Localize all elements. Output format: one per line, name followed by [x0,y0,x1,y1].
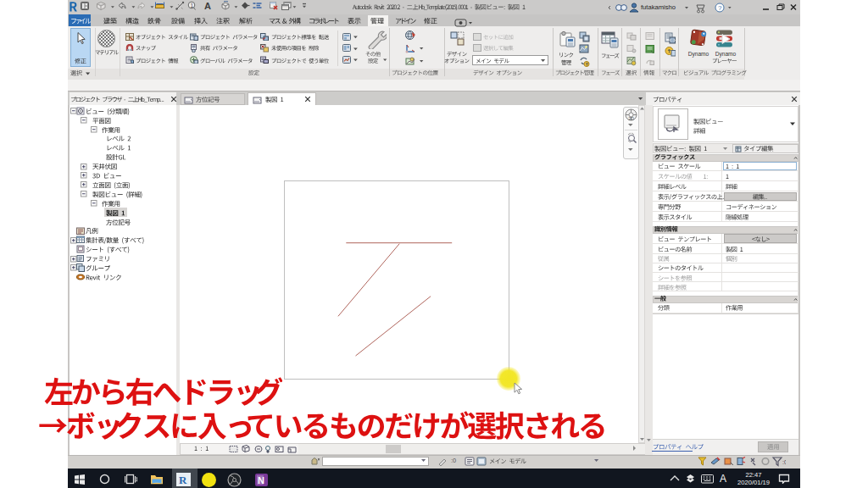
svg-text:R: R [179,474,187,486]
svg-text::0: :0 [782,459,786,465]
svg-text:1: 1 [190,3,193,8]
svg-text:N: N [258,475,264,485]
svg-text:A: A [204,1,211,11]
svg-text:2D: 2D [629,116,635,121]
svg-text:?: ? [718,4,722,12]
